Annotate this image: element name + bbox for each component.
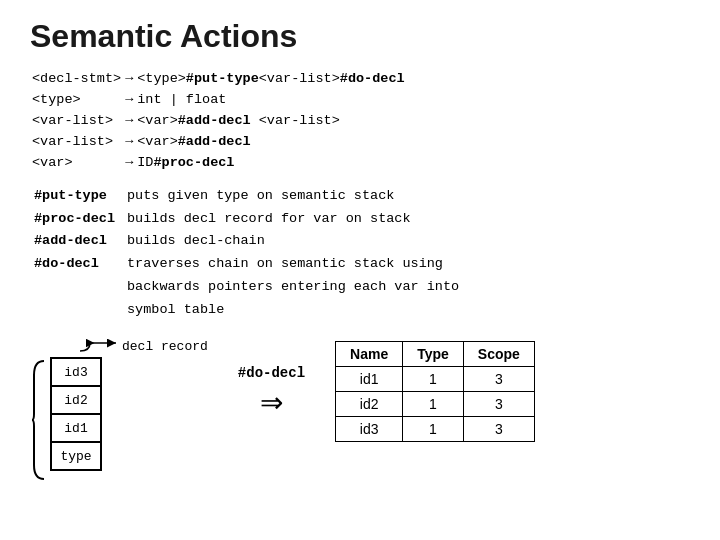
grammar-lhs-4: <var-list>: [30, 132, 123, 153]
grammar-arrow-1: →: [123, 69, 135, 90]
grammar-lhs-3: <var-list>: [30, 111, 123, 132]
result-type-2: 1: [403, 392, 464, 417]
slide: Semantic Actions <decl-stmt> → <type>#pu…: [0, 0, 720, 540]
description-section: #put-type puts given type on semantic st…: [30, 184, 690, 324]
result-table: Name Type Scope id1 1 3 id2 1 3: [335, 341, 535, 442]
desc-action-6: [32, 300, 123, 321]
decl-record-label: decl record: [122, 339, 208, 354]
stack-brace-icon: [30, 359, 48, 481]
grammar-lhs-5: <var>: [30, 153, 123, 174]
grammar-section: <decl-stmt> → <type>#put-type<var-list>#…: [30, 69, 690, 174]
result-scope-2: 3: [463, 392, 534, 417]
grammar-row-5: <var> → ID#proc-decl: [30, 153, 407, 174]
grammar-arrow-5: →: [123, 153, 135, 174]
result-row-id2: id2 1 3: [336, 392, 535, 417]
result-row-id1: id1 1 3: [336, 367, 535, 392]
result-row-id3: id3 1 3: [336, 417, 535, 442]
middle-area: #do-decl ⇒: [238, 365, 305, 417]
grammar-row-3: <var-list> → <var>#add-decl <var-list>: [30, 111, 407, 132]
grammar-row-2: <type> → int | float: [30, 90, 407, 111]
desc-row-5: backwards pointers entering each var int…: [32, 277, 461, 298]
desc-text-4: traverses chain on semantic stack using: [125, 254, 461, 275]
grammar-lhs-1: <decl-stmt>: [30, 69, 123, 90]
grammar-rhs-1: <type>#put-type<var-list>#do-decl: [135, 69, 406, 90]
desc-action-5: [32, 277, 123, 298]
result-table-header-row: Name Type Scope: [336, 342, 535, 367]
grammar-rhs-4: <var>#add-decl: [135, 132, 406, 153]
result-type-3: 1: [403, 417, 464, 442]
grammar-rhs-3: <var>#add-decl <var-list>: [135, 111, 406, 132]
result-scope-1: 3: [463, 367, 534, 392]
grammar-table: <decl-stmt> → <type>#put-type<var-list>#…: [30, 69, 407, 174]
decl-record-row: decl record: [80, 337, 208, 355]
result-name-3: id3: [336, 417, 403, 442]
result-col-scope: Scope: [463, 342, 534, 367]
grammar-rhs-5: ID#proc-decl: [135, 153, 406, 174]
stack-box-type: type: [50, 441, 102, 471]
desc-action-4: #do-decl: [32, 254, 123, 275]
decl-record-arrow-icon: [80, 337, 118, 355]
slide-title: Semantic Actions: [30, 18, 690, 55]
result-table-area: Name Type Scope id1 1 3 id2 1 3: [335, 341, 535, 442]
stack-box-id1: id1: [50, 413, 102, 443]
desc-row-3: #add-decl builds decl-chain: [32, 231, 461, 252]
desc-row-4: #do-decl traverses chain on semantic sta…: [32, 254, 461, 275]
desc-action-1: #put-type: [32, 186, 123, 207]
result-scope-3: 3: [463, 417, 534, 442]
result-col-type: Type: [403, 342, 464, 367]
desc-text-1: puts given type on semantic stack: [125, 186, 461, 207]
grammar-arrow-3: →: [123, 111, 135, 132]
grammar-arrow-4: →: [123, 132, 135, 153]
desc-text-6: symbol table: [125, 300, 461, 321]
grammar-row-1: <decl-stmt> → <type>#put-type<var-list>#…: [30, 69, 407, 90]
bottom-section: decl record id3 id2 id1 type #do-decl ⇒: [30, 337, 690, 481]
desc-row-1: #put-type puts given type on semantic st…: [32, 186, 461, 207]
grammar-arrow-2: →: [123, 90, 135, 111]
stack-area: decl record id3 id2 id1 type: [30, 337, 208, 481]
stack-brace-area: id3 id2 id1 type: [30, 357, 102, 481]
result-name-2: id2: [336, 392, 403, 417]
desc-text-5: backwards pointers entering each var int…: [125, 277, 461, 298]
implies-arrow: ⇒: [260, 389, 283, 417]
desc-row-6: symbol table: [32, 300, 461, 321]
stack-boxes: id3 id2 id1 type: [50, 357, 102, 481]
desc-row-2: #proc-decl builds decl record for var on…: [32, 209, 461, 230]
grammar-lhs-2: <type>: [30, 90, 123, 111]
grammar-row-4: <var-list> → <var>#add-decl: [30, 132, 407, 153]
result-type-1: 1: [403, 367, 464, 392]
stack-box-id2: id2: [50, 385, 102, 415]
description-table: #put-type puts given type on semantic st…: [30, 184, 463, 324]
do-decl-label: #do-decl: [238, 365, 305, 381]
grammar-rhs-2: int | float: [135, 90, 406, 111]
result-name-1: id1: [336, 367, 403, 392]
desc-action-3: #add-decl: [32, 231, 123, 252]
result-col-name: Name: [336, 342, 403, 367]
desc-text-2: builds decl record for var on stack: [125, 209, 461, 230]
stack-box-id3: id3: [50, 357, 102, 387]
desc-text-3: builds decl-chain: [125, 231, 461, 252]
desc-action-2: #proc-decl: [32, 209, 123, 230]
